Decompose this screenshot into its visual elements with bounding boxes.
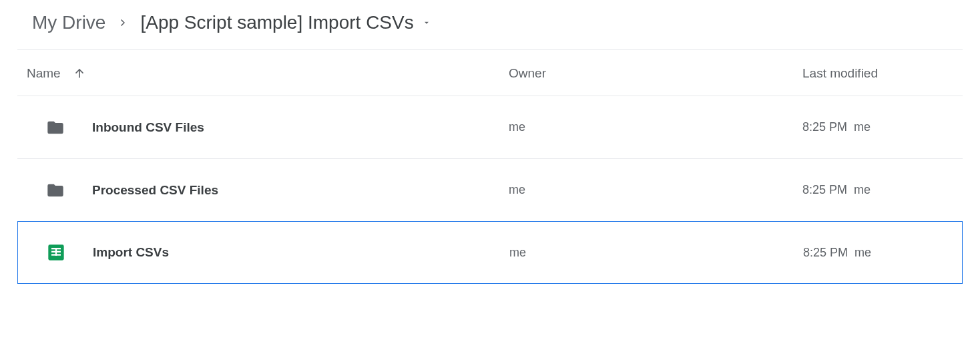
column-modified-label: Last modified: [802, 66, 878, 80]
file-name-label: Import CSVs: [93, 245, 169, 260]
sheets-icon: [45, 243, 67, 262]
column-header-owner[interactable]: Owner: [509, 66, 802, 81]
file-modified-by: me: [854, 183, 871, 197]
breadcrumb-root[interactable]: My Drive: [32, 12, 105, 33]
file-owner-cell: me: [509, 120, 802, 134]
breadcrumb: My Drive [App Script sample] Import CSVs: [0, 12, 980, 49]
file-modified-cell: 8:25 PM me: [802, 120, 963, 134]
file-modified-cell: 8:25 PM me: [803, 246, 962, 260]
file-modified-time: 8:25 PM: [802, 183, 847, 197]
file-modified-by: me: [854, 120, 871, 134]
chevron-right-icon: [117, 17, 128, 28]
breadcrumb-current-label: [App Script sample] Import CSVs: [140, 12, 413, 33]
breadcrumb-current[interactable]: [App Script sample] Import CSVs: [140, 12, 431, 33]
svg-rect-4: [55, 248, 57, 256]
drive-file-list: My Drive [App Script sample] Import CSVs…: [0, 0, 980, 285]
folder-icon: [44, 181, 67, 200]
file-modified-time: 8:25 PM: [802, 120, 847, 134]
file-modified-by: me: [854, 246, 871, 260]
file-name-cell: Processed CSV Files: [17, 181, 509, 200]
arrow-up-icon: [73, 67, 86, 80]
file-modified-time: 8:25 PM: [803, 246, 848, 260]
column-name-label: Name: [27, 66, 61, 81]
file-row[interactable]: Inbound CSV Files me 8:25 PM me: [17, 96, 963, 159]
file-name-label: Processed CSV Files: [92, 183, 218, 198]
caret-down-icon: [422, 18, 431, 27]
file-name-label: Inbound CSV Files: [92, 120, 204, 135]
file-name-cell: Inbound CSV Files: [17, 118, 509, 137]
column-owner-label: Owner: [509, 66, 546, 80]
column-header-modified[interactable]: Last modified: [802, 66, 963, 81]
file-owner-cell: me: [509, 183, 802, 197]
file-owner-cell: me: [509, 246, 803, 260]
file-modified-cell: 8:25 PM me: [802, 183, 963, 197]
file-row[interactable]: Processed CSV Files me 8:25 PM me: [17, 159, 963, 222]
column-header-name[interactable]: Name: [17, 66, 509, 81]
file-name-cell: Import CSVs: [18, 243, 509, 262]
folder-icon: [44, 118, 67, 137]
file-row[interactable]: Import CSVs me 8:25 PM me: [17, 221, 963, 284]
column-header-row: Name Owner Last modified: [17, 50, 963, 96]
